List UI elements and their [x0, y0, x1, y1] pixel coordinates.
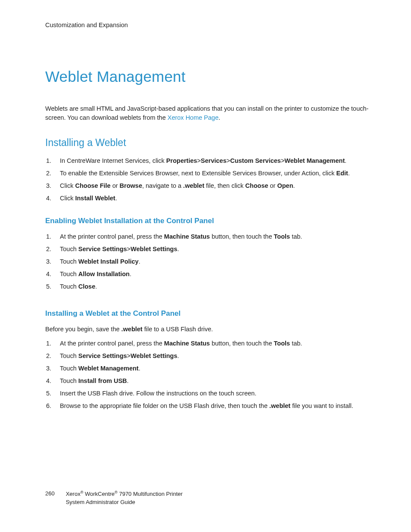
heading-installing-weblet-cp: Installing a Weblet at the Control Panel [45, 309, 369, 318]
list-item: Touch Weblet Management. [59, 364, 369, 373]
list-item: Click Choose File or Browse, navigate to… [59, 181, 369, 190]
list-item: Browse to the appropriate file folder on… [59, 401, 369, 411]
intro-paragraph: Weblets are small HTML and JavaScript-ba… [45, 104, 369, 122]
intro-text-after: . [218, 114, 220, 121]
list-item: Touch Allow Installation. [59, 270, 369, 279]
install-cp-steps: At the printer control panel, press the … [45, 339, 369, 411]
list-item: Touch Service Settings>Weblet Settings. [59, 352, 369, 361]
list-item: Insert the USB Flash drive. Follow the i… [59, 389, 369, 398]
footer-text: Xerox® WorkCentre® 7970 Multifunction Pr… [66, 490, 183, 506]
list-item: Click Install Weblet. [59, 194, 369, 203]
section-header-label: Customization and Expansion [45, 22, 369, 28]
heading-installing-weblet: Installing a Weblet [45, 137, 369, 149]
install-steps: In CentreWare Internet Services, click P… [45, 156, 369, 203]
list-item: Touch Service Settings>Weblet Settings. [59, 245, 369, 254]
before-begin-text: Before you begin, save the .weblet file … [45, 325, 369, 334]
enable-steps: At the printer control panel, press the … [45, 232, 369, 291]
list-item: In CentreWare Internet Services, click P… [59, 156, 369, 165]
list-item: At the printer control panel, press the … [59, 232, 369, 241]
heading-enabling-weblet: Enabling Weblet Installation at the Cont… [45, 217, 369, 225]
xerox-home-link[interactable]: Xerox Home Page [168, 114, 218, 121]
page-number: 260 [45, 490, 55, 498]
list-item: To enable the Extensible Services Browse… [59, 169, 369, 178]
page-title: Weblet Management [45, 68, 369, 85]
page-footer: 260Xerox® WorkCentre® 7970 Multifunction… [45, 490, 183, 506]
list-item: Touch Close. [59, 282, 369, 291]
list-item: At the printer control panel, press the … [59, 339, 369, 348]
list-item: Touch Install from USB. [59, 376, 369, 386]
list-item: Touch Weblet Install Policy. [59, 257, 369, 266]
